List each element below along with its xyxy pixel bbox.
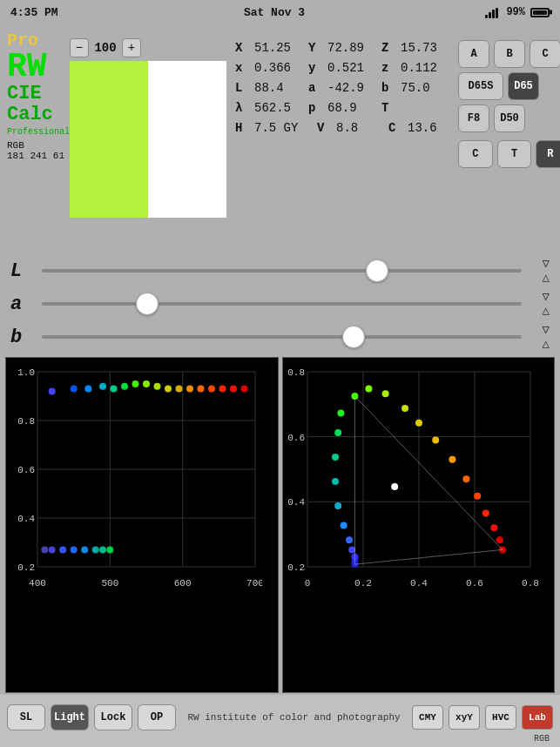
slider-track-b[interactable] — [42, 335, 522, 339]
title-calc: Calc — [7, 104, 53, 125]
slider-label-l: L — [10, 260, 28, 282]
slider-arrows-a: ▽ △ — [543, 291, 550, 317]
slider-track-l[interactable] — [42, 269, 522, 273]
btn-c[interactable]: C — [530, 40, 560, 68]
slider-arrows-b: ▽ △ — [543, 324, 550, 350]
battery-percent: 99% — [506, 6, 525, 18]
swatch-container — [70, 61, 226, 218]
data-row-3: L 88.4 a -42.9 b 75.0 — [235, 78, 449, 98]
spinner-row: − 100 + — [70, 38, 226, 57]
btn-d65[interactable]: D65 — [508, 72, 539, 100]
bottom-btn-light[interactable]: Light — [51, 704, 89, 730]
bottom-btn-sl[interactable]: SL — [7, 704, 45, 730]
svg-rect-1 — [489, 12, 491, 18]
chart-right — [282, 357, 556, 693]
charts-section — [0, 353, 560, 695]
btn-row-ctr: C T R — [458, 140, 560, 168]
svg-rect-2 — [492, 10, 495, 18]
swatch-white — [148, 61, 226, 218]
data-row-5: H 7.5 GY V 8.8 C 13.6 — [235, 118, 449, 138]
top-section: Pro RW CIE Calc Professional RGB 181 241… — [0, 24, 560, 251]
slider-down-b[interactable]: ▽ — [543, 324, 550, 336]
bottom-main-row: SL Light Lock OP RW institute of color a… — [0, 695, 560, 734]
slider-thumb-b[interactable] — [342, 326, 365, 348]
slider-up-a[interactable]: △ — [543, 305, 550, 317]
slider-up-b[interactable]: △ — [543, 338, 550, 350]
title-rgb: RGB 181 241 61 — [7, 140, 64, 161]
btn-t[interactable]: T — [497, 140, 532, 168]
slider-down-a[interactable]: ▽ — [543, 291, 550, 303]
bottom-btn-lock[interactable]: Lock — [94, 704, 132, 730]
svg-rect-0 — [485, 15, 488, 18]
buttons-panel: A B C D65S D65 F8 D50 C T R — [455, 37, 560, 251]
data-row-1: X 51.25 Y 72.89 Z 15.73 — [235, 38, 449, 58]
slider-thumb-l[interactable] — [366, 259, 388, 282]
btn-b[interactable]: B — [494, 40, 525, 68]
bottom-sub-row: RGB — [0, 734, 560, 747]
wifi-icon — [485, 7, 501, 18]
slider-track-a[interactable] — [42, 302, 522, 306]
spinner-plus-button[interactable]: + — [122, 38, 141, 57]
data-row-2: x 0.366 y 0.521 z 0.112 — [235, 58, 449, 78]
btn-r[interactable]: R — [536, 140, 560, 168]
slider-arrows-l: ▽ △ — [543, 258, 550, 284]
slider-up-l[interactable]: △ — [543, 272, 550, 284]
btn-c2[interactable]: C — [458, 140, 493, 168]
spinner-minus-button[interactable]: − — [70, 38, 89, 57]
institute-text: RW institute of color and photography — [181, 712, 407, 723]
color-swatch-area: − 100 + — [70, 38, 226, 251]
mode-btn-hvc[interactable]: HVC — [485, 705, 516, 730]
title-cie: CIE — [7, 84, 42, 104]
slider-thumb-a[interactable] — [136, 293, 159, 315]
status-date: Sat Nov 3 — [244, 6, 305, 19]
slider-row-a: a ▽ △ — [10, 287, 550, 320]
btn-f8[interactable]: F8 — [458, 104, 489, 132]
slider-row-b: b ▽ △ — [10, 320, 550, 353]
title-rw: RW — [7, 50, 47, 84]
sliders-section: L ▽ △ a ▽ △ b — [0, 251, 560, 353]
slider-label-a: a — [10, 293, 28, 315]
mode-btn-xyy[interactable]: xyY — [449, 705, 480, 730]
status-bar: 4:35 PM Sat Nov 3 99% — [0, 0, 560, 24]
title-professional: Professional — [7, 127, 70, 137]
data-row-4: λ 562.5 p 68.9 T — [235, 98, 449, 118]
sub-label-rgb: RGB — [534, 734, 550, 744]
swatch-color — [70, 61, 148, 218]
mode-btn-cmy[interactable]: CMY — [412, 705, 443, 730]
btn-row-d65: D65S D65 — [458, 72, 560, 100]
spinner-value: 100 — [92, 41, 118, 55]
status-time: 4:35 PM — [10, 6, 58, 19]
title-panel: Pro RW CIE Calc Professional RGB 181 241… — [7, 30, 70, 251]
status-right: 99% — [485, 6, 550, 18]
color-data-panel: X 51.25 Y 72.89 Z 15.73 x 0.366 y 0.521 … — [226, 30, 455, 251]
main-area: Pro RW CIE Calc Professional RGB 181 241… — [0, 24, 560, 747]
battery-icon — [530, 8, 550, 17]
bottom-bar: SL Light Lock OP RW institute of color a… — [0, 695, 560, 747]
slider-row-l: L ▽ △ — [10, 254, 550, 287]
btn-row-f8d50: F8 D50 — [458, 104, 560, 132]
slider-down-l[interactable]: ▽ — [543, 258, 550, 270]
bottom-btn-op[interactable]: OP — [138, 704, 176, 730]
btn-a[interactable]: A — [458, 40, 489, 68]
svg-rect-3 — [496, 8, 498, 18]
slider-label-b: b — [10, 326, 28, 348]
btn-row-abc: A B C — [458, 40, 560, 68]
mode-btn-lab[interactable]: Lab — [522, 705, 553, 730]
btn-d65s[interactable]: D65S — [458, 72, 503, 100]
btn-d50[interactable]: D50 — [494, 104, 525, 132]
chart-left — [5, 357, 279, 693]
